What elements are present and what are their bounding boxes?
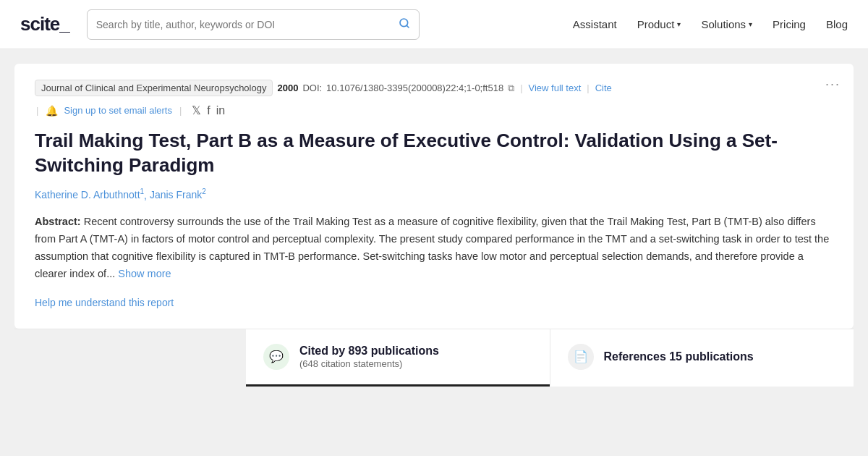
svg-line-1 — [407, 25, 409, 28]
nav-blog[interactable]: Blog — [826, 18, 848, 30]
search-icon — [399, 17, 410, 31]
doi-label: DOI: — [302, 83, 322, 93]
separator-2: | — [587, 83, 589, 93]
article-card: ··· Journal of Clinical and Experimental… — [14, 64, 854, 329]
social-icons: 𝕏 f in — [192, 104, 225, 117]
references-text-group: References 15 publications — [604, 350, 754, 363]
alert-pipe-right: | — [179, 105, 182, 116]
author-2-sup: 2 — [202, 188, 206, 196]
article-title: Trail Making Test, Part B as a Measure o… — [35, 129, 833, 178]
stats-content: 💬 Cited by 893 publications (648 citatio… — [246, 329, 854, 387]
navbar: scite_ Assistant Product ▾ Solutions ▾ P… — [0, 0, 868, 49]
cite-link[interactable]: Cite — [595, 83, 612, 93]
references-icon: 📄 — [568, 344, 594, 370]
cited-by-block[interactable]: 💬 Cited by 893 publications (648 citatio… — [246, 329, 550, 387]
author-1-sup: 1 — [140, 188, 145, 196]
search-bar[interactable] — [87, 9, 420, 40]
nav-links: Assistant Product ▾ Solutions ▾ Pricing … — [573, 18, 848, 30]
author-2[interactable]: Janis Frank2 — [150, 189, 206, 200]
meta-line: Journal of Clinical and Experimental Neu… — [35, 80, 833, 96]
author-1[interactable]: Katherine D. Arbuthnott1 — [35, 189, 144, 200]
references-block[interactable]: 📄 References 15 publications — [550, 329, 854, 387]
authors-line: Katherine D. Arbuthnott1, Janis Frank2 — [35, 188, 833, 201]
stats-spacer — [14, 329, 246, 387]
nav-product[interactable]: Product ▾ — [637, 18, 681, 30]
publication-year: 2000 — [277, 83, 298, 93]
copy-icon[interactable]: ⧉ — [508, 83, 514, 94]
facebook-icon[interactable]: f — [207, 104, 210, 117]
email-alert-link[interactable]: Sign up to set email alerts — [64, 105, 172, 116]
separator-1: | — [520, 83, 522, 93]
main-content: ··· Journal of Clinical and Experimental… — [0, 49, 868, 456]
nav-solutions[interactable]: Solutions ▾ — [701, 18, 752, 30]
solutions-chevron-icon: ▾ — [749, 20, 752, 28]
alert-line: | 🔔 Sign up to set email alerts | 𝕏 f in — [35, 104, 833, 117]
cited-by-sub: (648 citation statements) — [299, 358, 439, 369]
twitter-icon[interactable]: 𝕏 — [192, 104, 201, 117]
cited-by-text-group: Cited by 893 publications (648 citation … — [299, 345, 439, 369]
nav-assistant[interactable]: Assistant — [573, 18, 617, 30]
doi-value: 10.1076/1380-3395(200008)22:4;1-0;ft518 — [326, 83, 503, 93]
references-main: References 15 publications — [604, 350, 754, 363]
site-logo[interactable]: scite_ — [20, 13, 69, 35]
view-full-text-link[interactable]: View full text — [529, 83, 582, 93]
nav-pricing[interactable]: Pricing — [773, 18, 806, 30]
cited-by-main: Cited by 893 publications — [299, 345, 439, 358]
cited-by-icon: 💬 — [263, 344, 289, 370]
search-input[interactable] — [96, 19, 393, 30]
abstract-label: Abstract: — [35, 216, 81, 227]
journal-name: Journal of Clinical and Experimental Neu… — [35, 80, 273, 96]
more-options-button[interactable]: ··· — [825, 77, 841, 92]
abstract-block: Abstract: Recent controversy surrounds t… — [35, 214, 833, 283]
stats-bar: 💬 Cited by 893 publications (648 citatio… — [14, 329, 854, 387]
bell-icon: 🔔 — [46, 105, 58, 117]
help-link[interactable]: Help me understand this report — [35, 297, 174, 308]
product-chevron-icon: ▾ — [677, 20, 681, 28]
show-more-link[interactable]: Show more — [118, 268, 171, 279]
linkedin-icon[interactable]: in — [216, 104, 225, 117]
alert-pipe-left: | — [36, 105, 38, 116]
